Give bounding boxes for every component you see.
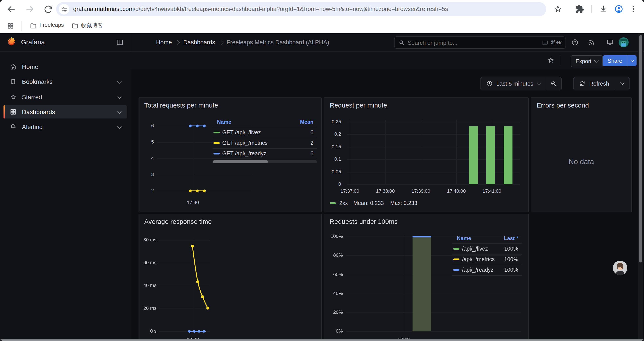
legend-row[interactable]: /api/_/readyz 100% (452, 265, 522, 276)
sidebar-item-dashboards[interactable]: Dashboards (4, 105, 127, 119)
legend-column-mean[interactable]: Mean (300, 119, 314, 125)
legend-row[interactable]: /api/_/livez 100% (452, 244, 522, 254)
x-tick: 17:40:00 (441, 188, 472, 194)
search-icon (398, 40, 405, 46)
favorite-star-icon[interactable] (547, 57, 554, 64)
folder-icon[interactable] (30, 22, 37, 30)
forward-icon[interactable] (24, 4, 35, 15)
export-button[interactable]: Export (571, 55, 603, 67)
time-range-label: Last 5 minutes (496, 80, 533, 87)
sidebar-item-home[interactable]: Home (4, 60, 127, 73)
bookmark-folder-freeleaps[interactable]: Freeleaps (40, 22, 64, 28)
grafana-logo-icon[interactable] (6, 37, 17, 47)
timeseries-plot (139, 214, 321, 341)
series-color-dash (453, 269, 460, 271)
browser-toolbar: grafana.mathmast.com/d/deytv4rwavabkb/fr… (0, 0, 644, 19)
floating-avatar[interactable] (613, 261, 627, 275)
legend-row[interactable]: GET /api/_/metrics 2 (212, 138, 317, 149)
refresh-interval-button[interactable] (615, 83, 629, 85)
y-tick: 0.25 (326, 119, 341, 124)
share-button[interactable]: Share (603, 55, 627, 66)
sidebar-header: Grafana (0, 33, 131, 52)
series-color-dash (330, 202, 336, 204)
y-tick: 0.1 (326, 156, 341, 162)
chevron-down-icon[interactable] (118, 125, 121, 129)
chevron-down-icon[interactable] (118, 80, 121, 83)
bookmark-icon (10, 78, 17, 85)
legend-row[interactable]: /api/_/metrics 100% (452, 254, 522, 265)
time-range-group: Last 5 minutes (480, 77, 561, 90)
sidebar-item-bookmarks[interactable]: Bookmarks (4, 75, 127, 88)
legend-series-name[interactable]: 2xx (339, 200, 348, 206)
bell-icon (10, 123, 17, 130)
panel-title[interactable]: Errors per second (536, 101, 589, 109)
legend-column-name[interactable]: Name (217, 119, 231, 125)
home-icon (10, 63, 17, 70)
back-icon[interactable] (6, 4, 17, 15)
reload-icon[interactable] (43, 4, 54, 15)
chevron-down-icon (630, 58, 634, 62)
y-tick: 60% (325, 272, 343, 277)
breadcrumb-current: Freeleaps Metrics Dashboard (ALPHA) (227, 39, 329, 46)
active-accent-bar (4, 105, 5, 119)
brand-name: Grafana (21, 38, 45, 46)
dashboard-canvas: Last 5 minutes Refresh (131, 69, 644, 341)
bookmark-folder-blogs[interactable]: 收藏博客 (81, 22, 103, 30)
dock-menu-icon[interactable] (116, 39, 124, 46)
chevron-down-icon[interactable] (118, 110, 121, 114)
y-tick: 0 (326, 181, 341, 187)
legend-scrollbar[interactable] (212, 160, 317, 163)
apps-grid-icon[interactable] (7, 22, 14, 30)
refresh-button[interactable]: Refresh (574, 80, 614, 87)
y-tick: 0.15 (326, 144, 341, 149)
sidebar-item-label: Dashboards (22, 108, 55, 115)
breadcrumb-home[interactable]: Home (156, 39, 172, 46)
tune-icon[interactable] (59, 4, 69, 15)
panel-requests-under-100ms: Requests under 100ms 100% 80% 60% 40% 20… (324, 214, 529, 341)
scrollbar-thumb[interactable] (639, 35, 642, 262)
panel-errors-per-second: Errors per second No data (531, 97, 632, 212)
sidebar-item-starred[interactable]: Starred (4, 90, 127, 104)
panel-title[interactable]: Request per minute (330, 101, 387, 109)
profile-icon[interactable] (614, 5, 624, 14)
x-tick: 17:37:00 (334, 188, 365, 194)
bookmark-star-icon[interactable] (553, 5, 562, 14)
page-scrollbar[interactable] (638, 33, 643, 341)
folder-icon[interactable] (72, 22, 78, 30)
clock-icon (486, 80, 493, 87)
zoom-out-button[interactable] (546, 80, 561, 87)
legend-column-name[interactable]: Name (457, 235, 471, 241)
url-text: grafana.mathmast.com/d/deytv4rwavabkb/fr… (73, 6, 538, 12)
share-menu-button[interactable] (627, 55, 637, 66)
extensions-icon[interactable] (575, 5, 584, 14)
user-avatar[interactable] (618, 37, 629, 47)
breadcrumb-dashboards[interactable]: Dashboards (183, 39, 215, 46)
menu-dots-icon[interactable] (629, 5, 638, 14)
legend-row[interactable]: GET /api/_/livez 6 (212, 127, 317, 138)
star-icon (10, 94, 17, 101)
address-bar[interactable]: grafana.mathmast.com/d/deytv4rwavabkb/fr… (56, 2, 546, 16)
help-icon[interactable] (571, 39, 579, 46)
downloads-icon[interactable] (599, 5, 608, 14)
y-tick: 0.05 (326, 169, 341, 174)
legend-row[interactable]: GET /api/_/readyz 6 (212, 148, 317, 159)
bar-2xx (469, 126, 478, 184)
panel-avg-response-time: Average response time 80 ms 60 ms 40 ms … (138, 214, 322, 341)
chevron-down-icon[interactable] (118, 95, 121, 99)
sidebar-item-alerting[interactable]: Alerting (4, 120, 127, 133)
search-text-field[interactable] (408, 39, 542, 46)
monitor-icon[interactable] (606, 39, 614, 46)
series-color-dash (453, 248, 460, 250)
y-tick: 40% (325, 290, 343, 296)
legend-mean: Mean: 0.233 (353, 200, 384, 206)
rss-icon[interactable] (588, 39, 595, 46)
y-tick: 80% (325, 252, 343, 258)
y-tick: 0.2 (326, 131, 341, 137)
sidebar-item-label: Alerting (22, 123, 43, 130)
time-range-picker[interactable]: Last 5 minutes (481, 80, 546, 87)
series-color-dash (214, 142, 220, 144)
legend-column-last[interactable]: Last * (504, 235, 518, 241)
search-input[interactable]: ⌘+k (394, 37, 566, 49)
panel-title[interactable]: Requests under 100ms (330, 218, 398, 225)
bar-2xx (504, 126, 512, 184)
